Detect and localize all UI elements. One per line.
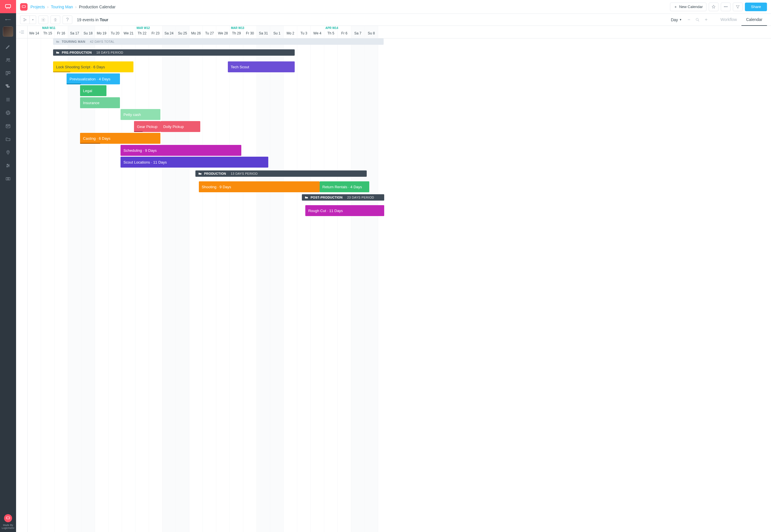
day-column[interactable]: Sa 24 [162,26,176,38]
zoom-in-button[interactable]: ＋ [702,16,710,24]
calendar-check-icon[interactable] [5,123,11,129]
aperture-icon[interactable] [5,110,11,116]
event-label: Lock Shooting Script · 6 Days [56,65,105,69]
progress-underline [53,71,70,72]
filter-button[interactable] [733,3,743,11]
week-label: MAR W12 [137,26,150,30]
day-column[interactable]: Tu 27 [203,26,216,38]
day-column[interactable]: MAR W12Th 22 [135,26,149,38]
prod-summary[interactable]: PRODUCTION13 DAYS PERIOD [195,170,367,177]
collapse-all-button[interactable] [51,15,60,24]
day-column[interactable]: Mo 2 [284,26,297,38]
day-column[interactable]: Fr 6 [338,26,351,38]
collapse-sidebar-icon[interactable]: ⟵ [5,17,11,22]
zoom-out-button[interactable]: − [685,16,693,24]
users-icon[interactable] [5,57,11,63]
day-column[interactable]: Sa 7 [351,26,365,38]
event-label: Scheduling · 9 Days [123,148,157,153]
day-column[interactable]: Su 25 [176,26,189,38]
return-rentals-bar[interactable]: Return Rentals · 4 Days [320,181,370,192]
day-column[interactable]: We 14 [28,26,41,38]
svg-point-23 [24,20,24,21]
zoom-unit-dropdown[interactable]: Day ▾ [671,18,681,22]
day-column[interactable]: We 21 [122,26,135,38]
day-column[interactable]: Su 1 [270,26,284,38]
pencil-icon[interactable] [5,44,11,50]
day-column[interactable]: Mo 19 [95,26,108,38]
day-column[interactable]: Tu 3 [297,26,311,38]
chat-bubble-icon[interactable] [4,514,12,522]
day-label: Tu 3 [300,31,307,35]
folder-icon [198,172,202,175]
sliders-icon[interactable] [5,162,11,169]
lock-script-bar[interactable]: Lock Shooting Script · 6 Days [53,61,133,72]
breadcrumb-project[interactable]: Touring Man [51,5,73,9]
day-label: Sa 17 [70,31,79,35]
day-column[interactable]: We 4 [311,26,324,38]
petty-cash-bar[interactable]: Petty cash [121,109,160,120]
day-label: Sa 31 [259,31,268,35]
svg-point-2 [9,59,10,60]
day-column[interactable]: Mo 26 [189,26,203,38]
project-summary[interactable]: TOURING MAN42 DAYS TOTAL [53,38,384,45]
flows-icon[interactable] [5,83,11,90]
list-icon[interactable] [5,96,11,103]
day-column[interactable]: Sa 31 [257,26,270,38]
project-icon[interactable] [20,3,28,11]
book-icon[interactable] [5,176,11,182]
app-logo-icon[interactable] [0,0,16,13]
left-sidebar: ⟵ Made By Logicmetrv [0,0,16,532]
day-column[interactable]: APR W14Th 5 [324,26,338,38]
svg-point-22 [24,18,24,19]
casting-bar[interactable]: Casting · 6 Days [80,133,160,144]
progress-underline [134,131,143,132]
dolly-pickup-bar[interactable]: Dolly Pickup [160,121,200,132]
day-label: Tu 20 [111,31,119,35]
day-column[interactable]: Sa 17 [68,26,81,38]
insurance-bar[interactable]: Insurance [80,97,120,108]
rough-cut-bar[interactable]: Rough Cut · 11 Days [305,205,384,216]
more-button[interactable]: ••• [721,3,731,11]
share-button[interactable]: Share [745,3,767,11]
shooting-bar[interactable]: Shooting · 9 Days [199,181,320,192]
help-button[interactable]: ? [63,15,72,24]
previs-bar[interactable]: Previsualization · 4 Days [67,73,120,84]
day-column[interactable]: Fr 23 [149,26,162,38]
hierarchy-button[interactable] [20,15,30,24]
day-column[interactable]: We 28 [216,26,230,38]
day-column[interactable]: MAR W13Th 29 [230,26,243,38]
svg-rect-0 [5,5,11,8]
events-scope: Tour [100,18,108,22]
gear-pickup-bar[interactable]: Gear Pickup [134,121,160,132]
board-icon[interactable] [5,70,11,76]
preprod-summary[interactable]: PRE-PRODUCTION18 DAYS PERIOD [53,49,294,56]
tech-scout-bar[interactable]: Tech Scout [228,61,295,72]
tab-workflow[interactable]: Workflow [716,14,741,26]
hierarchy-dropdown-button[interactable]: ▾ [30,15,36,24]
breadcrumb-current: Production Calendar [79,5,116,9]
day-column[interactable]: Tu 20 [108,26,122,38]
new-calendar-button[interactable]: ＋New Calendar [670,3,706,11]
scout-loc-bar[interactable]: Scout Locations · 11 Days [121,157,268,168]
svg-point-24 [26,19,26,20]
tab-calendar[interactable]: Calendar [741,14,767,26]
star-button[interactable] [709,3,718,11]
zoom-reset-button[interactable] [694,16,702,24]
settings-gear-button[interactable] [38,15,48,24]
folder-icon[interactable] [5,136,11,142]
pin-icon[interactable] [5,149,11,156]
legal-bar[interactable]: Legal [80,85,106,96]
day-column[interactable]: MAR W11Th 15 [41,26,55,38]
user-avatar[interactable] [3,26,13,37]
day-column[interactable]: Su 8 [365,26,378,38]
timeline-indent-toggle[interactable] [16,26,28,38]
folder-icon [305,196,308,199]
postprod-summary[interactable]: POST-PRODUCTION23 DAYS PERIOD [302,194,384,201]
week-label: MAR W11 [42,26,55,30]
breadcrumb-projects[interactable]: Projects [30,5,45,9]
day-column[interactable]: Su 18 [81,26,95,38]
day-column[interactable]: Fr 30 [243,26,257,38]
day-column[interactable]: Fr 16 [55,26,68,38]
gantt-chart[interactable]: TOURING MAN42 DAYS TOTALPRE-PRODUCTION18… [28,38,771,532]
scheduling-bar[interactable]: Scheduling · 9 Days [121,145,241,156]
